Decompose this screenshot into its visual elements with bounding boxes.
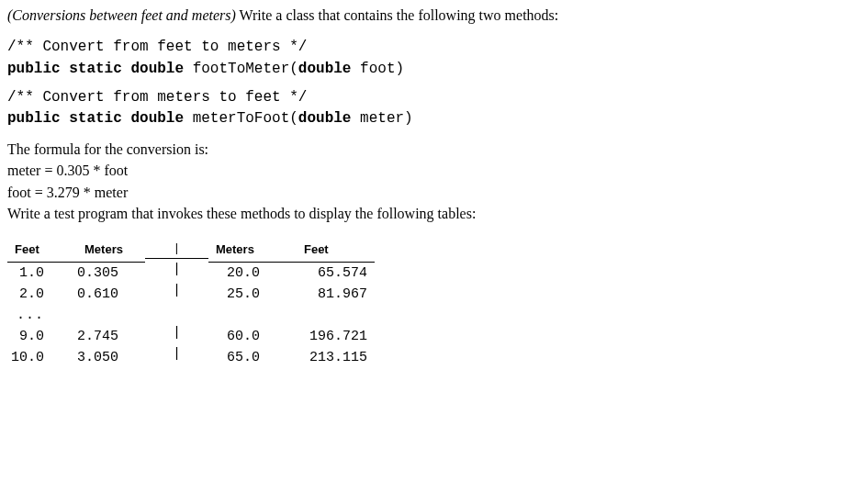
col-header-feet: Feet — [297, 239, 375, 263]
table-row: 2.0 0.610 — [7, 284, 145, 305]
sep-cell: | — [145, 280, 208, 301]
method-name: footToMeter( — [184, 61, 298, 77]
formula-intro: The formula for the conversion is: — [7, 139, 835, 160]
table-row-ellipsis: ... — [7, 305, 145, 326]
intro-rest: Write a class that contains the followin… — [236, 7, 558, 23]
topic-title: (Conversions between feet and meters) — [7, 7, 236, 23]
cell-feet: 10.0 — [7, 347, 77, 368]
conversion-tables: Feet Meters 1.0 0.305 2.0 0.610 ... 9.0 … — [7, 239, 835, 368]
cell-meters: 60.0 — [208, 326, 297, 347]
col-header-meters: Meters — [77, 239, 145, 263]
table-row: 60.0 196.721 — [208, 326, 375, 347]
method-signature-2: public static double meterToFoot(double … — [7, 108, 835, 129]
cell-feet: 2.0 — [7, 284, 77, 305]
keyword: public static double — [7, 61, 184, 77]
cell-feet: 213.115 — [297, 347, 375, 368]
sep-cell: | — [145, 343, 208, 364]
keyword: double — [298, 61, 352, 77]
sep-cell: | — [145, 322, 208, 343]
table-row: 25.0 81.967 — [208, 284, 375, 305]
cell-feet: 9.0 — [7, 326, 77, 347]
table-row: 9.0 2.745 — [7, 326, 145, 347]
cell-meters: 0.610 — [77, 284, 145, 305]
cell-meters: 20.0 — [208, 262, 297, 284]
keyword: double — [298, 110, 352, 127]
table-separator: | | | | | — [145, 239, 208, 364]
code-block-1: /** Convert from feet to meters */ publi… — [7, 37, 835, 79]
table-meters-to-feet: Meters Feet 20.0 65.574 25.0 81.967 60.0… — [208, 239, 375, 368]
sep-cell: | — [145, 258, 208, 280]
cell-feet: 1.0 — [7, 262, 77, 284]
cell-feet: 196.721 — [297, 326, 375, 347]
formula-block: The formula for the conversion is: meter… — [7, 139, 835, 224]
code-comment-2: /** Convert from meters to feet */ — [7, 87, 835, 108]
cell-feet: 65.574 — [297, 262, 375, 284]
method-signature-1: public static double footToMeter(double … — [7, 59, 835, 80]
sep-header: | — [145, 239, 208, 259]
cell-feet: 81.967 — [297, 284, 375, 305]
formula-foot: foot = 3.279 * meter — [7, 182, 835, 203]
cell-ellipsis: ... — [7, 305, 77, 326]
table-row: 65.0 213.115 — [208, 347, 375, 368]
intro-text: (Conversions between feet and meters) Wr… — [7, 6, 835, 26]
cell-meters: 25.0 — [208, 284, 297, 305]
test-program-instruction: Write a test program that invokes these … — [7, 203, 835, 224]
table-row: 1.0 0.305 — [7, 262, 145, 284]
param-rest: foot) — [351, 61, 404, 77]
method-name: meterToFoot( — [184, 110, 298, 127]
code-block-2: /** Convert from meters to feet */ publi… — [7, 87, 835, 129]
formula-meter: meter = 0.305 * foot — [7, 160, 835, 181]
param-rest: meter) — [351, 110, 412, 127]
table-feet-to-meters: Feet Meters 1.0 0.305 2.0 0.610 ... 9.0 … — [7, 239, 145, 368]
cell-meters: 0.305 — [77, 262, 145, 284]
code-comment-1: /** Convert from feet to meters */ — [7, 37, 835, 58]
table-row: 10.0 3.050 — [7, 347, 145, 368]
keyword: public static double — [7, 110, 184, 127]
table-row: 20.0 65.574 — [208, 262, 375, 284]
cell-meters: 3.050 — [77, 347, 145, 368]
col-header-meters: Meters — [208, 239, 297, 263]
table-row-empty — [208, 305, 375, 326]
col-header-feet: Feet — [7, 239, 77, 263]
cell-meters: 2.745 — [77, 326, 145, 347]
cell-meters: 65.0 — [208, 347, 297, 368]
